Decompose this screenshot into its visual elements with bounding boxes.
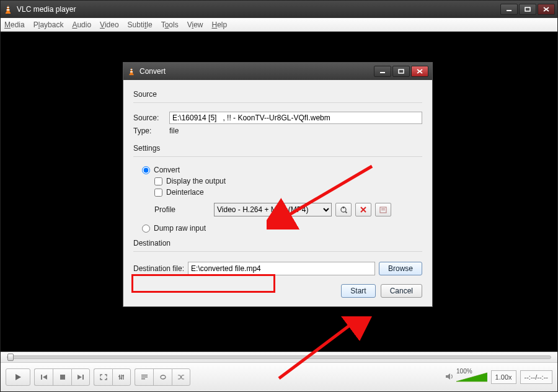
main-close-button[interactable] bbox=[538, 4, 555, 15]
profile-label: Profile bbox=[154, 205, 210, 214]
svg-rect-35 bbox=[343, 207, 344, 208]
svg-marker-0 bbox=[6, 5, 10, 12]
svg-rect-1 bbox=[6, 12, 11, 14]
volume-control[interactable]: 100% bbox=[427, 372, 487, 383]
shuffle-button[interactable] bbox=[172, 368, 190, 386]
time-display: --:--/--:-- bbox=[520, 370, 552, 384]
source-field[interactable] bbox=[169, 112, 422, 124]
seek-thumb[interactable] bbox=[7, 354, 14, 361]
svg-rect-27 bbox=[130, 74, 134, 75]
svg-rect-30 bbox=[380, 72, 385, 73]
svg-rect-4 bbox=[507, 10, 512, 11]
fullscreen-button[interactable] bbox=[94, 368, 112, 386]
svg-marker-8 bbox=[16, 374, 21, 380]
loop-button[interactable] bbox=[153, 368, 172, 386]
svg-rect-20 bbox=[141, 375, 148, 376]
svg-rect-15 bbox=[121, 375, 122, 380]
next-button[interactable] bbox=[71, 368, 90, 386]
svg-rect-14 bbox=[119, 375, 120, 380]
profile-select[interactable]: Video - H.264 + MP3 (MP4) bbox=[214, 203, 332, 216]
edit-profile-button[interactable] bbox=[335, 203, 352, 216]
delete-profile-button[interactable] bbox=[355, 203, 371, 216]
stop-button[interactable] bbox=[53, 368, 71, 386]
convert-dialog: Convert Source Source: Type: file Settin… bbox=[123, 62, 433, 307]
menu-video[interactable]: Video bbox=[100, 20, 118, 29]
start-button[interactable]: Start bbox=[341, 284, 375, 298]
dialog-title-text: Convert bbox=[140, 67, 166, 76]
speaker-icon bbox=[445, 372, 454, 382]
play-button[interactable] bbox=[6, 368, 30, 386]
vlc-cone-icon bbox=[127, 67, 136, 76]
menu-view[interactable]: View bbox=[187, 20, 203, 29]
svg-rect-21 bbox=[141, 376, 148, 378]
main-title-text: VLC media player bbox=[17, 5, 76, 14]
svg-rect-28 bbox=[130, 69, 132, 70]
settings-section-label: Settings bbox=[133, 144, 422, 153]
svg-marker-23 bbox=[446, 373, 450, 380]
player-controls: 100% 1.00x --:--/--:-- bbox=[1, 363, 557, 391]
vlc-cone-icon bbox=[3, 4, 13, 14]
svg-rect-40 bbox=[381, 208, 385, 209]
source-label: Source: bbox=[133, 114, 164, 122]
playlist-button[interactable] bbox=[135, 368, 153, 386]
svg-rect-3 bbox=[7, 9, 10, 11]
svg-rect-11 bbox=[60, 375, 65, 380]
display-output-checkbox[interactable]: Display the output bbox=[154, 177, 422, 185]
menu-subtitle[interactable]: Subtitle bbox=[128, 20, 153, 29]
destination-section-label: Destination bbox=[133, 239, 422, 247]
dest-file-field[interactable] bbox=[188, 262, 375, 275]
browse-button[interactable]: Browse bbox=[379, 262, 422, 275]
source-section-label: Source bbox=[133, 90, 422, 99]
dest-file-label: Destination file: bbox=[133, 264, 184, 273]
svg-rect-41 bbox=[381, 210, 385, 210]
ext-settings-button[interactable] bbox=[112, 368, 131, 386]
seek-track[interactable] bbox=[7, 355, 551, 359]
menu-tools[interactable]: Tools bbox=[161, 20, 179, 29]
svg-rect-31 bbox=[399, 69, 404, 73]
new-profile-button[interactable] bbox=[375, 203, 391, 216]
svg-rect-13 bbox=[82, 375, 84, 380]
svg-rect-17 bbox=[118, 376, 120, 377]
svg-rect-9 bbox=[41, 375, 42, 380]
main-maximize-button[interactable] bbox=[519, 4, 536, 15]
dialog-minimize-button[interactable] bbox=[374, 66, 391, 77]
svg-marker-26 bbox=[130, 68, 133, 74]
svg-rect-18 bbox=[120, 378, 122, 379]
menu-audio[interactable]: Audio bbox=[72, 20, 91, 29]
playback-speed[interactable]: 1.00x bbox=[491, 370, 516, 384]
menu-media[interactable]: Media bbox=[4, 20, 25, 29]
volume-slider[interactable] bbox=[456, 372, 487, 383]
prev-button[interactable] bbox=[34, 368, 53, 386]
menu-help[interactable]: Help bbox=[211, 20, 227, 29]
main-menubar: Media Playback Audio Video Subtitle Tool… bbox=[1, 18, 557, 32]
svg-rect-2 bbox=[7, 7, 9, 8]
seekbar[interactable] bbox=[1, 352, 557, 363]
svg-rect-29 bbox=[130, 71, 133, 73]
svg-rect-22 bbox=[141, 378, 145, 380]
main-titlebar[interactable]: VLC media player bbox=[1, 1, 557, 18]
deinterlace-checkbox[interactable]: Deinterlace bbox=[154, 188, 422, 197]
dialog-maximize-button[interactable] bbox=[392, 66, 410, 77]
main-minimize-button[interactable] bbox=[500, 4, 518, 15]
dialog-titlebar[interactable]: Convert bbox=[123, 63, 432, 80]
svg-rect-19 bbox=[122, 375, 124, 376]
cancel-button[interactable]: Cancel bbox=[381, 284, 422, 298]
convert-radio[interactable]: Convert bbox=[142, 166, 422, 174]
dialog-close-button[interactable] bbox=[411, 66, 428, 77]
svg-marker-10 bbox=[43, 375, 47, 380]
svg-rect-5 bbox=[525, 7, 530, 11]
svg-marker-12 bbox=[78, 375, 82, 380]
type-label: Type: bbox=[133, 127, 164, 135]
type-value: file bbox=[169, 127, 179, 135]
dump-raw-radio[interactable]: Dump raw input bbox=[142, 224, 422, 233]
menu-playback[interactable]: Playback bbox=[33, 20, 64, 29]
